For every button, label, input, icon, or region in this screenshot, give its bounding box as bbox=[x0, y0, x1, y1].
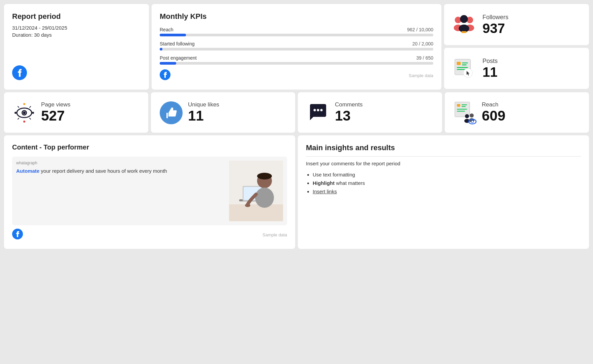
row2: Page views 527 Unique likes 11 bbox=[4, 92, 589, 133]
kpi-row-reach: Reach 962 / 10,000 bbox=[160, 27, 433, 36]
svg-point-39 bbox=[465, 114, 469, 118]
progress-fill-engagement bbox=[160, 62, 176, 65]
comments-card: Comments 13 bbox=[298, 92, 442, 133]
facebook-icon bbox=[12, 65, 141, 81]
followers-value: 937 bbox=[482, 21, 508, 36]
insights-item-2-bold: Highlight bbox=[313, 180, 335, 186]
followers-text: Followers 937 bbox=[482, 14, 508, 36]
page-views-card: Page views 527 bbox=[4, 92, 148, 133]
svg-rect-35 bbox=[462, 104, 467, 105]
svg-rect-8 bbox=[461, 31, 467, 33]
unique-likes-text: Unique likes 11 bbox=[188, 101, 219, 124]
kpi-label-following: Started following bbox=[160, 41, 195, 46]
comments-text: Comments 13 bbox=[335, 101, 363, 124]
post-preview: whatagraph Automate your report delivery… bbox=[12, 157, 287, 225]
right-col: Followers 937 bbox=[444, 4, 589, 90]
svg-point-18 bbox=[14, 112, 17, 114]
monthly-kpis-card: Monthly KPIs Reach 962 / 10,000 Started … bbox=[152, 4, 441, 90]
svg-rect-37 bbox=[457, 109, 467, 110]
insights-list: Use text formatting Highlight what matte… bbox=[306, 172, 581, 194]
svg-line-27 bbox=[18, 118, 19, 119]
unique-likes-card: Unique likes 11 bbox=[151, 92, 295, 133]
kpi-label-reach: Reach bbox=[160, 27, 173, 32]
post-text-rest: your report delivery and save hours of w… bbox=[39, 168, 167, 174]
comments-label: Comments bbox=[335, 101, 363, 108]
kpis-title: Monthly KPIs bbox=[160, 12, 433, 21]
report-period-title: Report period bbox=[12, 12, 141, 21]
unique-likes-icon bbox=[159, 101, 183, 124]
svg-point-41 bbox=[470, 113, 474, 118]
svg-point-31 bbox=[317, 109, 319, 111]
progress-fill-reach bbox=[160, 34, 186, 36]
insights-item-1: Use text formatting bbox=[313, 172, 581, 177]
svg-rect-47 bbox=[229, 204, 283, 221]
svg-rect-12 bbox=[462, 64, 467, 65]
svg-line-26 bbox=[30, 106, 31, 107]
report-period-card: Report period 31/12/2024 - 29/01/2025 Du… bbox=[4, 4, 149, 90]
posts-text: Posts 11 bbox=[482, 58, 498, 79]
insights-title: Main insights and results bbox=[306, 143, 581, 157]
content-title: Content - Top performer bbox=[12, 143, 287, 151]
content-top-performer-card: Content - Top performer whatagraph Autom… bbox=[4, 135, 295, 249]
insights-item-2-text: what matters bbox=[335, 180, 365, 186]
post-image bbox=[229, 161, 283, 221]
insights-subtitle: Insert your comments for the report peri… bbox=[306, 161, 581, 166]
kpis-facebook-icon bbox=[160, 69, 170, 81]
post-content-text: Automate your report delivery and save h… bbox=[16, 167, 225, 175]
svg-point-6 bbox=[460, 15, 468, 23]
main-insights-card: Main insights and results Insert your co… bbox=[298, 135, 589, 249]
report-period-dates: 31/12/2024 - 29/01/2025 bbox=[12, 25, 141, 31]
page-views-label: Page views bbox=[41, 101, 70, 108]
posts-value: 11 bbox=[482, 65, 498, 79]
svg-line-28 bbox=[30, 118, 31, 119]
page-views-text: Page views 527 bbox=[41, 101, 70, 124]
row3: Content - Top performer whatagraph Autom… bbox=[4, 135, 589, 249]
followers-label: Followers bbox=[482, 14, 508, 21]
svg-point-24 bbox=[23, 111, 26, 114]
progress-fill-following bbox=[160, 48, 162, 51]
content-facebook-icon bbox=[12, 229, 23, 241]
post-highlight: Automate bbox=[16, 168, 39, 174]
unique-likes-value: 11 bbox=[188, 108, 219, 124]
reach-value: 609 bbox=[482, 108, 505, 124]
svg-rect-13 bbox=[457, 67, 468, 68]
svg-rect-10 bbox=[457, 62, 461, 65]
progress-bg-following bbox=[160, 48, 433, 51]
reach-label: Reach bbox=[482, 101, 505, 108]
svg-point-54 bbox=[245, 204, 250, 207]
followers-card: Followers 937 bbox=[444, 4, 589, 45]
posts-icon bbox=[452, 56, 476, 81]
svg-point-17 bbox=[23, 103, 25, 105]
followers-icon bbox=[452, 12, 476, 37]
reach-card: Reach 609 bbox=[445, 92, 589, 133]
row1: Report period 31/12/2024 - 29/01/2025 Du… bbox=[4, 4, 589, 90]
content-footer: Sample data bbox=[12, 229, 287, 241]
insights-item-1-text: Use text formatting bbox=[313, 172, 355, 177]
kpis-footer: Sample data bbox=[160, 69, 433, 81]
kpi-value-following: 20 / 2,000 bbox=[412, 41, 433, 46]
kpi-value-reach: 962 / 10,000 bbox=[407, 27, 433, 32]
posts-label: Posts bbox=[482, 58, 498, 65]
svg-point-19 bbox=[32, 112, 34, 114]
insights-item-2: Highlight what matters bbox=[313, 180, 581, 186]
unique-likes-label: Unique likes bbox=[188, 101, 219, 108]
post-brand: whatagraph bbox=[16, 161, 225, 165]
progress-bg-reach bbox=[160, 34, 433, 36]
kpis-sample-data: Sample data bbox=[409, 73, 433, 78]
svg-rect-38 bbox=[457, 111, 465, 112]
svg-point-20 bbox=[23, 121, 25, 123]
insights-item-3: Insert links bbox=[313, 189, 581, 194]
svg-point-45 bbox=[472, 121, 473, 123]
svg-rect-11 bbox=[462, 62, 468, 63]
svg-point-52 bbox=[257, 173, 272, 179]
kpi-row-following: Started following 20 / 2,000 bbox=[160, 41, 433, 51]
comments-icon bbox=[306, 101, 330, 124]
svg-point-32 bbox=[320, 109, 323, 111]
reach-icon bbox=[453, 101, 476, 124]
content-sample-data: Sample data bbox=[262, 232, 287, 237]
posts-card: Posts 11 bbox=[444, 48, 589, 89]
svg-point-30 bbox=[314, 109, 316, 111]
svg-point-53 bbox=[255, 188, 274, 208]
report-period-duration: Duration: 30 days bbox=[12, 32, 141, 38]
kpi-value-engagement: 39 / 650 bbox=[416, 55, 433, 61]
